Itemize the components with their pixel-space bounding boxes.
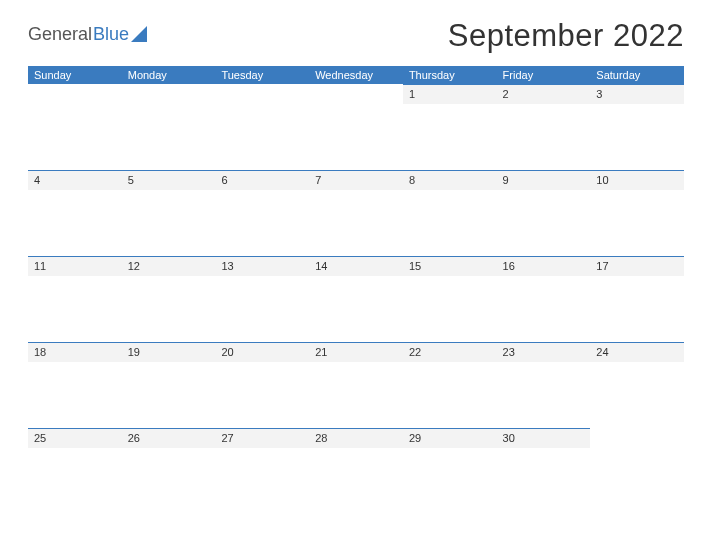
calendar-day: 11 [28,256,122,342]
calendar-day: 6 [215,170,309,256]
day-body [497,448,591,514]
day-body [590,276,684,342]
day-header: Monday [122,66,216,84]
day-number: 14 [315,260,397,272]
day-number: 23 [503,346,585,358]
day-header: Thursday [403,66,497,84]
day-body [122,448,216,514]
day-number: 13 [221,260,303,272]
day-body [309,276,403,342]
calendar-day: 20 [215,342,309,428]
calendar-day: 27 [215,428,309,514]
brand-word-2: Blue [93,24,129,45]
day-number: 26 [128,432,210,444]
calendar-day [309,84,403,170]
day-number: 5 [128,174,210,186]
calendar-day: 28 [309,428,403,514]
day-number: 11 [34,260,116,272]
day-body [590,362,684,428]
calendar-grid: Sunday Monday Tuesday Wednesday Thursday… [28,66,684,514]
brand-triangle-icon [131,26,147,42]
day-number: 25 [34,432,116,444]
calendar-week: 252627282930 [28,428,684,514]
calendar-day: 14 [309,256,403,342]
day-number: 10 [596,174,678,186]
day-number: 3 [596,88,678,100]
day-header: Wednesday [309,66,403,84]
day-number: 27 [221,432,303,444]
brand-word-1: General [28,24,92,45]
day-body [28,276,122,342]
day-body [403,448,497,514]
day-number: 21 [315,346,397,358]
calendar-day: 21 [309,342,403,428]
day-number: 15 [409,260,491,272]
calendar-day: 1 [403,84,497,170]
day-number: 2 [503,88,585,100]
calendar-title: September 2022 [448,18,684,54]
calendar-day: 16 [497,256,591,342]
calendar-day: 4 [28,170,122,256]
day-body [590,104,684,170]
calendar-day: 26 [122,428,216,514]
calendar-day: 15 [403,256,497,342]
calendar-day: 2 [497,84,591,170]
calendar-day: 19 [122,342,216,428]
calendar-day [122,84,216,170]
day-number: 12 [128,260,210,272]
day-body [28,448,122,514]
day-number: 17 [596,260,678,272]
day-body [497,190,591,256]
day-body [497,276,591,342]
calendar-day: 30 [497,428,591,514]
day-number: 8 [409,174,491,186]
day-number: 9 [503,174,585,186]
calendar-day [28,84,122,170]
day-header-row: Sunday Monday Tuesday Wednesday Thursday… [28,66,684,84]
calendar-day: 29 [403,428,497,514]
calendar-week: 18192021222324 [28,342,684,428]
calendar-day: 9 [497,170,591,256]
day-number: 28 [315,432,397,444]
calendar-day [215,84,309,170]
calendar-header: General Blue September 2022 [28,18,684,54]
day-body [28,190,122,256]
day-body [309,362,403,428]
day-number: 16 [503,260,585,272]
day-number: 18 [34,346,116,358]
day-number: 7 [315,174,397,186]
day-body [590,190,684,256]
day-header: Saturday [590,66,684,84]
calendar-day: 8 [403,170,497,256]
calendar-day: 25 [28,428,122,514]
calendar-week: 11121314151617 [28,256,684,342]
day-body [122,362,216,428]
calendar-day: 18 [28,342,122,428]
day-number: 20 [221,346,303,358]
day-body [497,104,591,170]
calendar-day: 22 [403,342,497,428]
calendar-day [590,428,684,514]
calendar-day: 3 [590,84,684,170]
day-body [403,276,497,342]
calendar-week: 123 [28,84,684,170]
calendar-day: 13 [215,256,309,342]
day-header: Sunday [28,66,122,84]
day-header: Friday [497,66,591,84]
day-body [215,276,309,342]
day-body [497,362,591,428]
day-body [215,190,309,256]
day-body [403,104,497,170]
day-number: 4 [34,174,116,186]
day-body [28,362,122,428]
day-number: 19 [128,346,210,358]
day-body [403,362,497,428]
calendar-day: 7 [309,170,403,256]
day-body [309,190,403,256]
day-body [122,276,216,342]
day-body [309,448,403,514]
day-body [403,190,497,256]
calendar-day: 24 [590,342,684,428]
calendar-day: 5 [122,170,216,256]
day-number: 30 [503,432,585,444]
